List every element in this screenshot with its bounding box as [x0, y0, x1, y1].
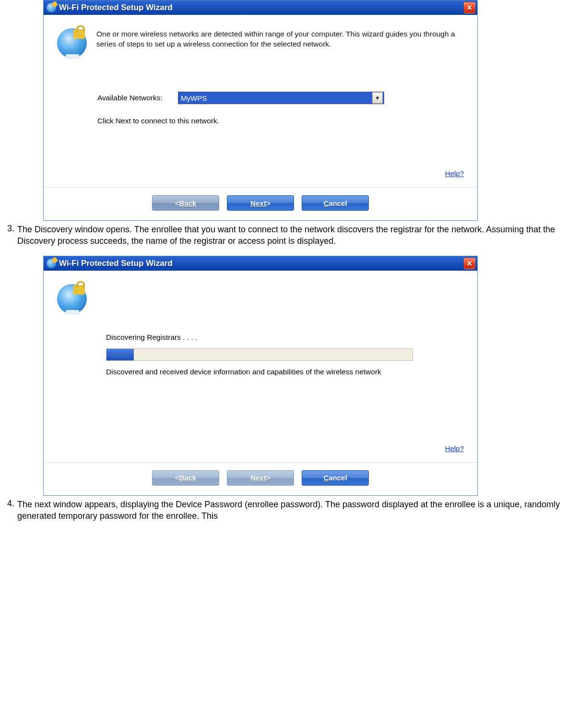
titlebar: Wi-Fi Protected Setup Wizard ✕	[44, 256, 477, 271]
step-3: 3. The Discovery window opens. The enrol…	[0, 224, 565, 247]
close-icon: ✕	[467, 4, 472, 12]
wifi-lock-icon	[57, 284, 87, 314]
step-text: The Discovery window opens. The enrollee…	[17, 224, 565, 247]
close-button[interactable]: ✕	[464, 258, 475, 269]
back-button[interactable]: < Back	[152, 195, 219, 211]
cancel-button[interactable]: Cancel	[302, 195, 369, 211]
wifi-wizard-icon	[47, 259, 56, 268]
wizard-dialog-discovery: Wi-Fi Protected Setup Wizard ✕ Discoveri…	[43, 256, 478, 496]
available-networks-select[interactable]: MyWPS ▼	[178, 92, 384, 104]
next-button[interactable]: Next >	[227, 195, 294, 211]
cancel-button[interactable]: Cancel	[302, 470, 369, 486]
discovering-label: Discovering Registrars . . . .	[106, 333, 477, 342]
back-button[interactable]: < Back	[152, 470, 219, 486]
discovery-progress-bar	[106, 348, 413, 361]
window-title: Wi-Fi Protected Setup Wizard	[59, 3, 464, 12]
wifi-wizard-icon	[47, 3, 56, 12]
wizard-button-bar: < Back Next > Cancel	[44, 462, 477, 495]
help-link[interactable]: Help?	[445, 444, 464, 453]
chevron-down-icon[interactable]: ▼	[372, 92, 383, 104]
wizard-intro-text: One or more wireless networks are detect…	[96, 28, 464, 58]
wizard-button-bar: < Back Next > Cancel	[44, 187, 477, 220]
help-link[interactable]: Help?	[445, 169, 464, 178]
wizard-dialog-networks: Wi-Fi Protected Setup Wizard ✕ One or mo…	[43, 0, 478, 221]
step-number: 3.	[0, 224, 17, 234]
available-networks-label: Available Networks:	[97, 94, 169, 102]
step-number: 4.	[0, 499, 17, 509]
titlebar: Wi-Fi Protected Setup Wizard ✕	[44, 0, 477, 15]
close-icon: ✕	[467, 260, 472, 267]
connect-hint: Click Next to connect to this network.	[97, 117, 477, 125]
next-button[interactable]: Next >	[227, 470, 294, 486]
selected-network-value: MyWPS	[179, 92, 372, 104]
step-text: The next window appears, displaying the …	[17, 499, 565, 522]
wifi-lock-icon	[57, 28, 87, 58]
discovery-status-text: Discovered and received device informati…	[106, 368, 432, 376]
step-4: 4. The next window appears, displaying t…	[0, 499, 565, 522]
progress-fill	[106, 349, 134, 360]
window-title: Wi-Fi Protected Setup Wizard	[59, 259, 464, 268]
close-button[interactable]: ✕	[464, 2, 475, 13]
